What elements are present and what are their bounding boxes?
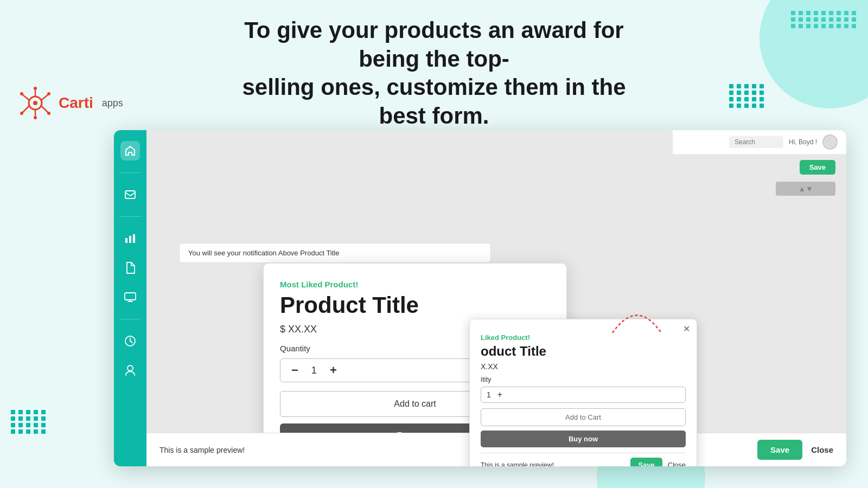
- svg-point-20: [127, 365, 133, 371]
- svg-rect-15: [125, 238, 127, 243]
- svg-line-12: [23, 95, 29, 100]
- svg-point-3: [34, 87, 37, 90]
- save-button-small[interactable]: Save: [630, 458, 662, 466]
- sidebar-item-clock[interactable]: [120, 331, 140, 351]
- modal-small-bottom-bar: This is a sample preview! Save Close: [481, 453, 686, 466]
- apps-label: apps: [102, 98, 123, 109]
- modal-large-title: Product Title: [280, 292, 550, 318]
- sidebar-divider-2: [119, 216, 141, 217]
- teal-circle-decoration-tr: [760, 0, 868, 108]
- notification-bar: You will see your notification Above Pro…: [179, 243, 491, 263]
- hi-user-text: Hi, Boyd !: [789, 138, 817, 146]
- save-button-large[interactable]: Save: [757, 440, 802, 460]
- svg-point-11: [20, 112, 23, 115]
- dots-decoration-bottom-left: [11, 410, 47, 434]
- close-x-button-small[interactable]: ✕: [683, 324, 690, 334]
- add-to-cart-button-small[interactable]: Add to Cart: [481, 408, 686, 426]
- preview-text-small: This is a sample preview!: [481, 461, 554, 467]
- svg-line-10: [23, 106, 29, 112]
- qty-value-small: 1: [487, 390, 491, 399]
- sidebar-item-chart[interactable]: [120, 229, 140, 248]
- modal-small-qty-label: itity: [481, 375, 686, 383]
- gray-select-placeholder[interactable]: ▲▼: [776, 182, 835, 196]
- sidebar-item-user[interactable]: [120, 361, 140, 380]
- qty-increase-btn-large[interactable]: +: [328, 363, 339, 377]
- user-avatar: [822, 134, 838, 150]
- right-save-button[interactable]: Save: [800, 160, 835, 175]
- svg-rect-14: [125, 191, 135, 198]
- dots-decoration-mid-right: [729, 84, 765, 108]
- buy-now-button-small[interactable]: Buy now: [481, 431, 686, 447]
- main-content: Hi, Boyd ! Save ▲▼ You will see your not…: [146, 130, 846, 466]
- notification-text: You will see your notification Above Pro…: [188, 249, 339, 257]
- modal-small-qty-control: 1 +: [481, 387, 686, 403]
- logo-area: Carti apps: [16, 84, 123, 122]
- header-title-line1: To give your products an award for being…: [244, 17, 623, 72]
- search-input[interactable]: [729, 136, 783, 148]
- qty-decrease-btn-large[interactable]: −: [289, 363, 301, 377]
- sidebar-item-document[interactable]: [120, 258, 140, 278]
- qty-value-large: 1: [311, 365, 317, 376]
- svg-point-9: [34, 116, 37, 119]
- qty-increase-btn-small[interactable]: +: [497, 390, 502, 400]
- sidebar-item-display[interactable]: [120, 287, 140, 307]
- dashed-arc-icon: [610, 303, 664, 336]
- sidebar-divider-1: [119, 172, 141, 173]
- app-top-bar: Hi, Boyd !: [673, 130, 846, 155]
- modal-large-badge: Most Liked Product!: [280, 280, 550, 289]
- page-title: To give your products an award for being…: [217, 16, 651, 130]
- svg-point-1: [33, 101, 37, 105]
- gray-select-area: ▲▼: [776, 182, 835, 196]
- svg-rect-17: [133, 234, 135, 243]
- close-button-small[interactable]: Close: [668, 461, 686, 466]
- app-window: Hi, Boyd ! Save ▲▼ You will see your not…: [114, 130, 846, 466]
- right-save-area: Save: [794, 155, 841, 180]
- svg-point-5: [47, 92, 50, 95]
- sidebar: [114, 130, 146, 466]
- preview-text-large: This is a sample preview!: [159, 446, 245, 454]
- sidebar-divider-3: [119, 319, 141, 319]
- carti-logo-icon: [16, 84, 54, 122]
- product-modal-small: ✕ Liked Product! oduct Title X.XX itity …: [469, 319, 697, 466]
- svg-line-4: [42, 95, 48, 100]
- svg-rect-18: [125, 293, 136, 300]
- modal-small-price: X.XX: [481, 362, 686, 371]
- modal-small-title: oduct Title: [481, 344, 686, 359]
- close-button-large[interactable]: Close: [811, 445, 833, 454]
- svg-line-6: [42, 106, 48, 112]
- sidebar-item-mail[interactable]: [120, 185, 140, 204]
- header-title-line2: selling ones, customize them in the best…: [242, 74, 626, 129]
- svg-rect-16: [129, 236, 131, 243]
- svg-point-13: [20, 92, 23, 95]
- sidebar-item-home[interactable]: [120, 141, 140, 160]
- svg-point-7: [47, 112, 50, 115]
- logo-text: Carti: [59, 94, 93, 112]
